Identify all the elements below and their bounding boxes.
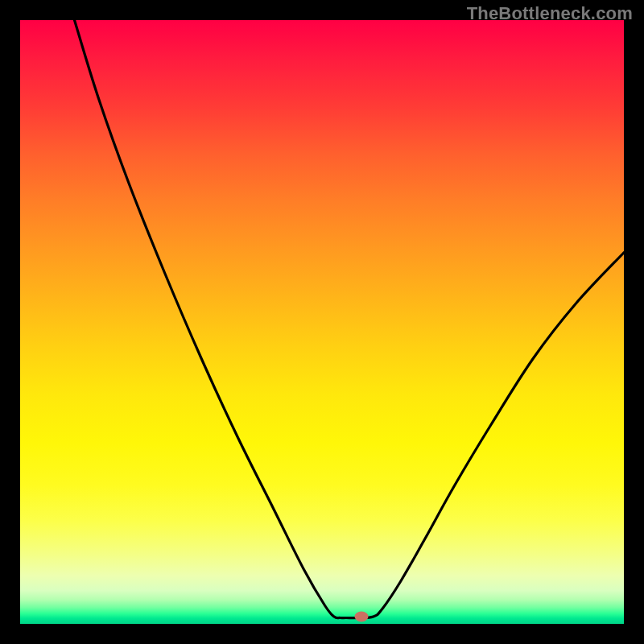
- optimal-point-marker: [354, 612, 368, 622]
- curve-svg: [20, 20, 624, 624]
- plot-area: [20, 20, 624, 624]
- bottleneck-curve-line: [75, 20, 625, 618]
- chart-frame: TheBottleneck.com: [0, 0, 644, 644]
- watermark-text: TheBottleneck.com: [467, 3, 633, 24]
